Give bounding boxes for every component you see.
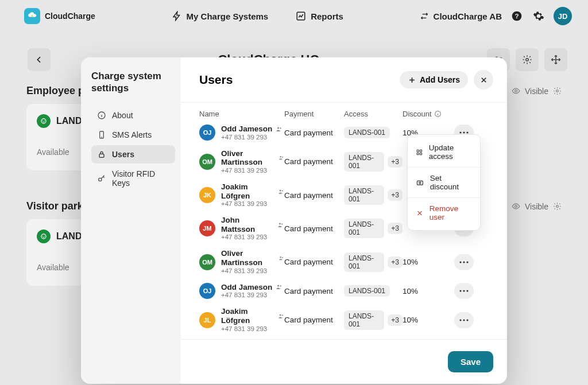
user-avatar-small: OJ xyxy=(199,283,215,299)
access-chip: LANDS-001 xyxy=(344,252,384,272)
nav-reports[interactable]: Reports xyxy=(296,11,343,21)
chart-icon xyxy=(296,11,306,21)
eye-icon xyxy=(512,87,520,95)
user-name-cell: OJOdd Jameson +47 831 39 293 xyxy=(199,283,284,300)
access-extra-chip: +3 xyxy=(388,256,403,268)
dots-icon xyxy=(459,319,469,321)
svg-point-9 xyxy=(41,119,46,123)
save-button[interactable]: Save xyxy=(448,351,493,372)
back-button[interactable] xyxy=(28,48,51,71)
nav-center: My Charge Systems Reports xyxy=(100,11,415,21)
user-discount: 10% xyxy=(403,258,451,266)
access-extra-chip: +3 xyxy=(388,314,403,326)
user-access: LANDS-001+3 xyxy=(344,185,403,205)
user-avatar[interactable]: JD xyxy=(554,7,572,25)
modal-close-button[interactable] xyxy=(474,70,493,90)
user-phone: +47 831 39 293 xyxy=(221,134,283,141)
svg-point-8 xyxy=(556,90,559,92)
access-chip: LANDS-001 xyxy=(344,285,390,297)
col-payment: Payment xyxy=(284,110,344,118)
svg-rect-60 xyxy=(417,153,419,154)
help-icon[interactable]: ? xyxy=(510,9,524,23)
gear-icon xyxy=(522,55,532,65)
nav-right: CloudCharge AB ? JD xyxy=(420,7,572,25)
svg-point-46 xyxy=(463,261,465,263)
sidebar-item-about[interactable]: About xyxy=(91,106,175,125)
user-discount: 10% xyxy=(403,316,451,324)
user-name-cell: OMOliver Martinsson +47 831 39 293 xyxy=(199,149,284,174)
sidebar-item-sms[interactable]: SMS Alerts xyxy=(91,126,175,144)
ctx-remove-user[interactable]: Remove user xyxy=(408,198,480,228)
header-settings-button[interactable] xyxy=(516,48,539,71)
user-access: LANDS-001 xyxy=(344,285,403,297)
nav-charge-systems[interactable]: My Charge Systems xyxy=(172,11,269,21)
svg-point-33 xyxy=(280,189,281,191)
gear-small-icon[interactable] xyxy=(553,202,562,211)
gear-small-icon[interactable] xyxy=(553,87,562,95)
user-phone: +47 831 39 293 xyxy=(221,267,284,275)
info-small-icon[interactable] xyxy=(434,110,442,118)
svg-point-38 xyxy=(279,223,281,224)
settings-modal: Charge system settings About SMS Alerts … xyxy=(81,57,507,384)
sidebar-item-rfid[interactable]: Visitor RFID Keys xyxy=(91,165,175,192)
access-chip: LANDS-001 xyxy=(344,219,384,238)
users-mini-icon xyxy=(278,188,284,195)
user-phone: +47 831 39 293 xyxy=(221,167,284,174)
add-users-button[interactable]: Add Users xyxy=(400,71,468,88)
modal-side-title: Charge system settings xyxy=(91,70,175,95)
sidebar-item-users[interactable]: Users xyxy=(91,145,175,164)
user-access: LANDS-001+3 xyxy=(344,310,403,330)
modal-main: Users Add Users Name Payment Access Disc… xyxy=(181,57,507,384)
topbar: CloudCharge My Charge Systems Reports Cl… xyxy=(0,0,588,32)
row-actions-button[interactable] xyxy=(454,283,474,299)
access-chip: LANDS-001 xyxy=(344,127,390,138)
user-avatar-small: JK xyxy=(199,187,215,203)
table-row: JLJoakim Löfgren +47 831 39 293Card paym… xyxy=(199,303,493,336)
header-move-button[interactable] xyxy=(544,48,567,71)
svg-point-28 xyxy=(280,156,281,157)
org-switcher[interactable]: CloudCharge AB xyxy=(420,11,502,21)
svg-point-48 xyxy=(277,285,279,287)
svg-point-63 xyxy=(419,182,421,184)
bolt-icon xyxy=(172,11,182,21)
svg-point-53 xyxy=(280,314,281,316)
grid-icon xyxy=(416,148,423,157)
col-discount: Discount xyxy=(403,110,451,118)
user-payment: Card payment xyxy=(284,224,344,233)
svg-point-15 xyxy=(41,234,46,239)
table-row: OMOliver Martinsson +47 831 39 293Card p… xyxy=(199,245,493,278)
status-badge-icon xyxy=(37,230,51,243)
dots-icon xyxy=(459,261,469,263)
dots-icon xyxy=(459,290,469,292)
user-access: LANDS-001+3 xyxy=(344,252,403,272)
svg-point-16 xyxy=(42,236,43,236)
user-name: Odd Jameson xyxy=(221,125,283,134)
ctx-set-discount[interactable]: Set discount xyxy=(408,168,480,197)
user-name: Oliver Martinsson xyxy=(221,249,284,267)
ctx-update-access[interactable]: Update access xyxy=(408,137,480,167)
user-payment: Card payment xyxy=(284,258,344,266)
row-actions-button[interactable] xyxy=(454,312,474,328)
svg-point-14 xyxy=(556,205,559,208)
brand[interactable]: CloudCharge xyxy=(24,8,95,24)
users-mini-icon xyxy=(278,255,284,262)
row-actions-button[interactable] xyxy=(454,254,474,270)
user-name-cell: JKJoakim Löfgren +47 831 39 293 xyxy=(199,182,284,208)
svg-point-34 xyxy=(282,190,283,191)
brand-label: CloudCharge xyxy=(45,11,95,21)
user-payment: Card payment xyxy=(284,316,344,324)
svg-point-54 xyxy=(282,315,283,316)
close-icon xyxy=(479,76,488,84)
mobile-icon xyxy=(97,130,106,139)
svg-point-27 xyxy=(466,132,468,134)
user-access: LANDS-001+3 xyxy=(344,219,403,238)
svg-point-47 xyxy=(466,261,468,263)
user-avatar-small: OM xyxy=(199,254,215,270)
settings-icon[interactable] xyxy=(532,9,546,23)
user-payment: Card payment xyxy=(284,287,344,295)
row-context-menu: Update access Set discount Remove user xyxy=(407,134,481,231)
users-mini-icon xyxy=(276,283,283,290)
svg-rect-59 xyxy=(420,150,421,151)
chevron-left-icon xyxy=(34,55,44,64)
svg-point-52 xyxy=(466,290,468,291)
